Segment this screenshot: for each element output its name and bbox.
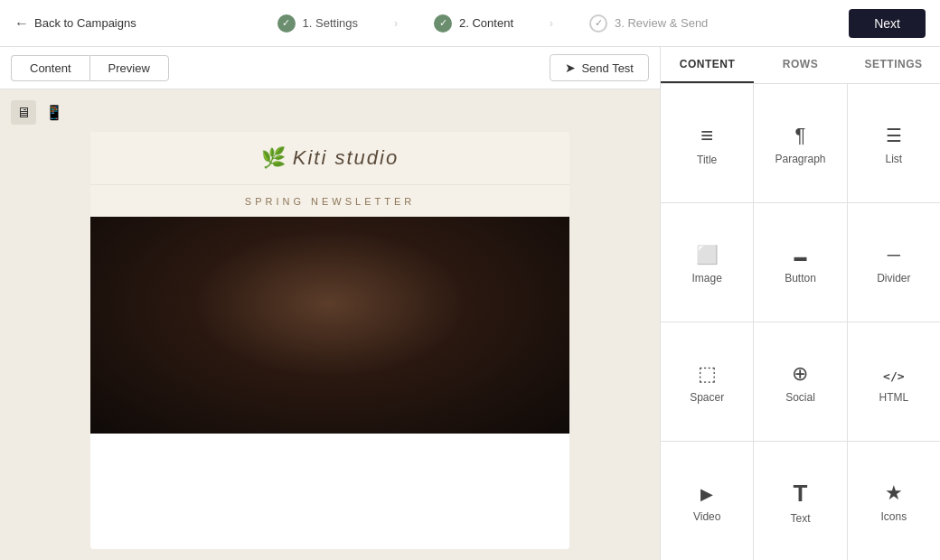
content-blocks-grid: TitleParagraphListImageButtonDividerSpac… xyxy=(661,84,940,560)
list-icon xyxy=(886,126,902,145)
image-icon xyxy=(696,245,719,265)
divider-label: Divider xyxy=(877,272,910,285)
step-content-label: 2. Content xyxy=(459,16,513,30)
desktop-toggle-button[interactable]: 🖥 xyxy=(11,100,36,125)
block-item-html[interactable]: HTML xyxy=(848,322,940,441)
top-nav: ← Back to Campaigns ✓ 1. Settings › ✓ 2.… xyxy=(0,0,940,47)
preview-container: 🖥 📱 🌿 Kiti studio SPRING NEWSLETTER xyxy=(0,89,660,560)
block-item-spacer[interactable]: Spacer xyxy=(661,322,753,441)
right-panel: CONTENT ROWS SETTINGS TitleParagraphList… xyxy=(660,47,940,560)
logo-text: Kiti studio xyxy=(293,146,399,170)
step-separator-1: › xyxy=(394,17,398,30)
step-review-label: 3. Review & Send xyxy=(615,16,708,30)
text-icon xyxy=(794,481,808,505)
back-label: Back to Campaigns xyxy=(34,16,136,30)
back-arrow-icon: ← xyxy=(14,15,29,32)
step-separator-2: › xyxy=(550,17,553,30)
text-label: Text xyxy=(790,512,810,525)
step-review-icon: ✓ xyxy=(589,14,607,33)
email-banner: SPRING NEWSLETTER xyxy=(90,185,569,217)
title-label: Title xyxy=(697,154,717,166)
social-icon xyxy=(792,364,808,384)
block-item-icons[interactable]: Icons xyxy=(848,442,940,560)
step-review: ✓ 3. Review & Send xyxy=(589,14,708,33)
mobile-toggle-button[interactable]: 📱 xyxy=(40,100,69,125)
panel-tab-rows[interactable]: ROWS xyxy=(754,47,847,83)
spacer-label: Spacer xyxy=(690,391,724,404)
paragraph-icon xyxy=(795,126,806,145)
spacer-icon xyxy=(698,364,717,384)
step-content-icon: ✓ xyxy=(434,14,452,33)
block-item-list[interactable]: List xyxy=(848,84,940,202)
title-icon xyxy=(700,125,713,146)
step-content: ✓ 2. Content xyxy=(434,14,513,33)
email-hero-image xyxy=(90,217,569,434)
video-icon xyxy=(700,483,713,503)
step-settings: ✓ 1. Settings xyxy=(277,14,358,33)
content-tab[interactable]: Content xyxy=(11,55,89,81)
html-label: HTML xyxy=(879,391,908,404)
list-label: List xyxy=(885,153,902,165)
block-item-button[interactable]: Button xyxy=(754,203,846,322)
block-item-divider[interactable]: Divider xyxy=(848,203,940,322)
icons-icon xyxy=(885,483,903,503)
logo-leaf-icon: 🌿 xyxy=(261,146,286,170)
panel-tab-content[interactable]: CONTENT xyxy=(661,47,754,83)
icons-label: Icons xyxy=(880,510,907,523)
send-test-label: Send Test xyxy=(581,61,634,75)
email-logo: 🌿 Kiti studio xyxy=(105,146,555,170)
step-settings-icon: ✓ xyxy=(277,14,296,33)
hero-image-bg xyxy=(90,217,569,434)
divider-icon xyxy=(888,245,900,265)
back-to-campaigns-link[interactable]: ← Back to Campaigns xyxy=(14,15,136,32)
block-item-paragraph[interactable]: Paragraph xyxy=(754,84,846,202)
block-item-title[interactable]: Title xyxy=(661,84,753,202)
image-label: Image xyxy=(691,272,721,285)
block-item-text[interactable]: Text xyxy=(754,442,846,560)
step-settings-label: 1. Settings xyxy=(303,16,358,30)
video-label: Video xyxy=(693,510,720,523)
next-button[interactable]: Next xyxy=(849,9,926,38)
left-panel: Content Preview ➤ Send Test 🖥 📱 🌿 Kiti s… xyxy=(0,47,660,560)
block-item-image[interactable]: Image xyxy=(661,203,753,322)
banner-text: SPRING NEWSLETTER xyxy=(245,196,415,207)
paragraph-label: Paragraph xyxy=(775,153,825,165)
social-label: Social xyxy=(785,391,815,404)
view-tabs-left: Content Preview xyxy=(11,55,169,81)
button-icon xyxy=(794,245,806,265)
view-tabs-bar: Content Preview ➤ Send Test xyxy=(0,47,660,89)
html-icon xyxy=(883,364,904,384)
panel-tabs: CONTENT ROWS SETTINGS xyxy=(661,47,940,84)
email-header: 🌿 Kiti studio xyxy=(90,132,569,185)
email-preview-frame: 🌿 Kiti studio SPRING NEWSLETTER xyxy=(90,132,569,549)
preview-tab[interactable]: Preview xyxy=(89,55,169,81)
device-toggle: 🖥 📱 xyxy=(11,100,649,125)
block-item-social[interactable]: Social xyxy=(754,322,846,441)
send-icon: ➤ xyxy=(565,61,576,75)
button-label: Button xyxy=(785,272,816,285)
panel-tab-settings[interactable]: SETTINGS xyxy=(847,47,940,83)
content-area: Content Preview ➤ Send Test 🖥 📱 🌿 Kiti s… xyxy=(0,47,940,560)
send-test-button[interactable]: ➤ Send Test xyxy=(550,54,649,81)
steps-indicator: ✓ 1. Settings › ✓ 2. Content › ✓ 3. Revi… xyxy=(277,14,709,33)
block-item-video[interactable]: Video xyxy=(661,442,753,560)
